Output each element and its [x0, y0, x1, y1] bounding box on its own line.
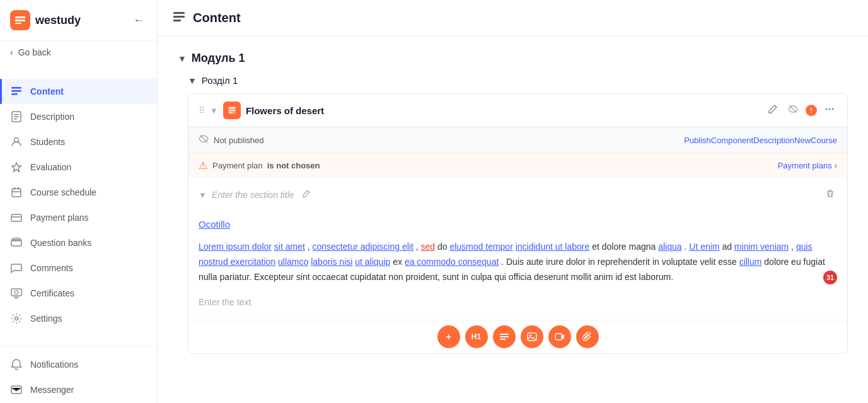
sidebar-item-messenger[interactable]: Messenger: [0, 377, 157, 402]
lesson-expand-chevron-icon[interactable]: ▼: [210, 106, 218, 115]
svg-rect-29: [229, 112, 233, 114]
lesson-actions: !: [785, 103, 837, 118]
lesson-edit-icon-button[interactable]: [765, 103, 780, 118]
sidebar-item-description[interactable]: Description: [0, 104, 157, 129]
lorem-link-14[interactable]: cillum: [739, 257, 762, 267]
sidebar-label-messenger: Messenger: [30, 385, 74, 395]
lorem-link-4[interactable]: elusmod tempor: [449, 242, 512, 252]
collapse-sidebar-button[interactable]: ←: [130, 11, 147, 30]
toolbar-text-button[interactable]: [493, 325, 516, 348]
sidebar-label-question-banks: Question banks: [30, 238, 91, 248]
payment-plan-banner: ⚠ Payment plan is not chosen Payment pla…: [188, 153, 847, 178]
svg-rect-23: [173, 12, 185, 14]
logo: westudy: [10, 10, 81, 30]
sidebar-item-settings[interactable]: Settings: [0, 306, 157, 331]
main-content: Content ▼ Модуль 1 ▼ Розділ 1 ⠿ ▼ Flower…: [158, 0, 868, 403]
lorem-link-8[interactable]: minim veniam: [734, 242, 789, 252]
messenger-icon: [10, 383, 23, 396]
comments-icon: [10, 262, 23, 274]
section-edit-title: Enter the section title: [212, 190, 294, 200]
sidebar-item-evaluation[interactable]: Evaluation: [0, 155, 157, 180]
logo-icon: [10, 10, 30, 30]
svg-rect-2: [15, 23, 21, 24]
sidebar-item-content[interactable]: Content: [0, 79, 157, 104]
students-icon: [10, 136, 23, 148]
payment-plans-chevron-icon: ›: [835, 161, 837, 170]
module-header[interactable]: ▼ Модуль 1: [178, 52, 848, 65]
toolbar-video-button[interactable]: [548, 325, 571, 348]
payment-plans-link[interactable]: Payment plans ›: [778, 161, 837, 170]
section-header[interactable]: ▼ Розділ 1: [188, 75, 848, 86]
content-text-area: Ocotillo Lorem ipsum dolor sit amet , co…: [199, 212, 837, 289]
toolbar-image-button[interactable]: [521, 325, 543, 348]
sidebar-label-course-schedule: Course schedule: [30, 187, 96, 197]
svg-marker-11: [12, 163, 21, 172]
not-published-banner: Not published PublishComponentDescriptio…: [188, 127, 847, 153]
go-back-button[interactable]: ‹ Go back: [0, 41, 157, 64]
lesson-more-icon-button[interactable]: [822, 103, 837, 118]
lorem-red-link-1[interactable]: sed: [421, 242, 436, 252]
enter-text-field[interactable]: Enter the text: [199, 289, 837, 315]
section-collapse-chevron-icon[interactable]: ▼: [199, 190, 207, 200]
lorem-paragraph: Lorem ipsum dolor sit amet , consectetur…: [199, 240, 837, 284]
drag-handle-icon[interactable]: ⠿: [199, 105, 205, 115]
page-title: Content: [193, 11, 241, 25]
sidebar-item-notifications[interactable]: Notifications: [0, 352, 157, 377]
lorem-link-1[interactable]: Lorem ipsum dolor: [199, 242, 272, 252]
svg-rect-40: [555, 334, 562, 340]
svg-rect-8: [14, 117, 19, 118]
svg-point-19: [15, 317, 18, 320]
ocotillo-title[interactable]: Ocotillo: [199, 217, 837, 232]
section-edit-header: ▼ Enter the section title: [199, 183, 837, 207]
lorem-link-11[interactable]: laboris nisi: [311, 257, 352, 267]
sidebar-label-evaluation: Evaluation: [30, 162, 71, 172]
svg-rect-24: [173, 16, 185, 18]
sidebar-label-certificates: Certificates: [30, 288, 74, 298]
lorem-link-3[interactable]: consectetur adipiscing elit: [313, 242, 414, 252]
lesson-card: ⠿ ▼ Flowers of desert !: [188, 93, 848, 354]
lorem-link-2[interactable]: sit amet: [274, 242, 305, 252]
sidebar-item-question-banks[interactable]: Question banks: [0, 230, 157, 255]
svg-rect-3: [11, 87, 21, 89]
status-dot-badge: !: [806, 105, 817, 116]
sidebar-item-students[interactable]: Students: [0, 129, 157, 155]
certificates-icon: [10, 287, 23, 300]
sidebar-bottom: Notifications Messenger My Profile Log o…: [0, 346, 157, 403]
lorem-link-12[interactable]: ut aliquip: [355, 257, 390, 267]
sidebar-label-notifications: Notifications: [30, 359, 78, 370]
toolbar-h1-button[interactable]: H1: [465, 325, 488, 348]
sidebar-item-comments[interactable]: Comments: [0, 255, 157, 281]
lesson-hide-icon-button[interactable]: [785, 103, 801, 118]
sidebar-item-course-schedule[interactable]: Course schedule: [0, 180, 157, 205]
toolbar-add-button[interactable]: +: [437, 325, 460, 348]
sidebar-item-certificates[interactable]: Certificates: [0, 281, 157, 306]
svg-rect-1: [15, 20, 25, 21]
section-chevron-icon: ▼: [188, 76, 197, 86]
payment-left: ⚠ Payment plan is not chosen: [199, 160, 320, 172]
svg-rect-35: [500, 334, 509, 335]
sidebar-label-payment-plans: Payment plans: [30, 213, 89, 223]
svg-rect-37: [500, 339, 506, 340]
lorem-link-5[interactable]: incididunt ut labore: [516, 242, 590, 252]
lesson-type-icon: [223, 102, 241, 119]
sidebar-header: westudy ←: [0, 0, 157, 41]
lorem-link-10[interactable]: ullamco: [278, 257, 308, 267]
section-edit-icon-button[interactable]: [299, 189, 313, 201]
svg-point-39: [529, 335, 531, 337]
payment-plan-label: Payment plan is not chosen: [212, 161, 320, 170]
svg-point-31: [826, 108, 828, 110]
section-title: Розділ 1: [202, 75, 238, 86]
section-delete-icon-button[interactable]: [823, 188, 837, 202]
lorem-link-13[interactable]: ea commodo consequat: [405, 257, 499, 267]
app-name: westudy: [35, 14, 81, 27]
sidebar-item-payment-plans[interactable]: Payment plans: [0, 205, 157, 230]
svg-rect-36: [500, 336, 509, 337]
toolbar-attach-button[interactable]: [576, 325, 599, 348]
lorem-link-6[interactable]: aliqua: [658, 242, 681, 252]
notifications-icon: [10, 358, 23, 371]
lorem-link-7[interactable]: Ut enim: [689, 242, 719, 252]
settings-icon: [10, 312, 23, 325]
comment-count-badge[interactable]: 31: [823, 271, 837, 284]
description-icon: [10, 110, 23, 123]
publish-link[interactable]: PublishComponentDescriptionNewCourse: [684, 136, 837, 145]
